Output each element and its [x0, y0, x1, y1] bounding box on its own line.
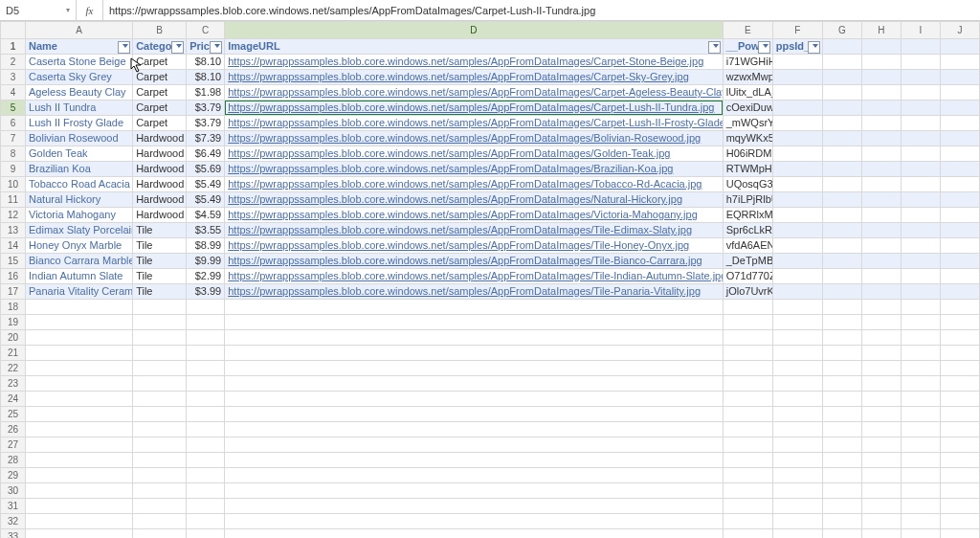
cell-G32[interactable]	[822, 514, 861, 529]
cell-I1[interactable]	[901, 39, 940, 55]
cell-E31[interactable]	[723, 499, 772, 514]
cell-B19[interactable]	[133, 315, 187, 330]
cell-I33[interactable]	[901, 529, 940, 539]
column-header-B[interactable]: B	[133, 22, 187, 39]
cell-B29[interactable]	[133, 468, 187, 483]
table-header-F[interactable]: ppsId__	[772, 39, 822, 55]
cell-B33[interactable]	[133, 529, 187, 539]
cell-I32[interactable]	[901, 514, 940, 529]
column-header-C[interactable]: C	[187, 22, 225, 39]
cell-E5[interactable]: cOexiDuwFzU	[723, 101, 772, 116]
cell-C5[interactable]: $3.79	[187, 101, 225, 116]
cell-E15[interactable]: _DeTpMB_hWs	[723, 254, 772, 269]
cell-G15[interactable]	[822, 254, 861, 269]
name-box[interactable]: D5 ▾	[0, 0, 77, 20]
cell-I12[interactable]	[901, 208, 940, 223]
cell-E19[interactable]	[723, 315, 772, 330]
cell-I8[interactable]	[901, 146, 940, 162]
cell-D20[interactable]	[225, 330, 724, 346]
cell-C10[interactable]: $5.49	[187, 177, 225, 192]
cell-J6[interactable]	[940, 116, 979, 131]
cell-E9[interactable]: RTWMpHzAmxE	[723, 162, 772, 177]
cell-F2[interactable]	[772, 55, 822, 70]
cell-B11[interactable]: Hardwood	[133, 192, 187, 208]
cell-A18[interactable]	[26, 300, 133, 315]
cell-F21[interactable]	[772, 346, 822, 361]
cell-A31[interactable]	[26, 499, 133, 514]
cell-A8[interactable]: Golden Teak	[26, 146, 133, 162]
cell-I26[interactable]	[901, 422, 940, 437]
row-header-29[interactable]: 29	[1, 468, 26, 483]
cell-D6[interactable]: https://pwrappssamples.blob.core.windows…	[225, 116, 724, 131]
filter-dropdown-icon[interactable]	[214, 44, 220, 48]
cell-I28[interactable]	[901, 453, 940, 468]
cell-A33[interactable]	[26, 529, 133, 539]
row-header-9[interactable]: 9	[1, 162, 26, 177]
cell-J30[interactable]	[940, 483, 979, 499]
row-header-19[interactable]: 19	[1, 315, 26, 330]
row-header-2[interactable]: 2	[1, 55, 26, 70]
row-header-24[interactable]: 24	[1, 392, 26, 407]
cell-C27[interactable]	[187, 437, 225, 453]
cell-I20[interactable]	[901, 330, 940, 346]
cell-H20[interactable]	[861, 330, 901, 346]
cell-D24[interactable]	[225, 392, 724, 407]
cell-F15[interactable]	[772, 254, 822, 269]
table-header-C[interactable]: Price	[187, 39, 225, 55]
cell-C19[interactable]	[187, 315, 225, 330]
cell-E13[interactable]: Spr6cLkRb9U	[723, 223, 772, 238]
cell-B28[interactable]	[133, 453, 187, 468]
cell-H30[interactable]	[861, 483, 901, 499]
cell-C2[interactable]: $8.10	[187, 55, 225, 70]
cell-H8[interactable]	[861, 146, 901, 162]
cell-D5[interactable]: https://pwrappssamples.blob.core.windows…	[225, 101, 724, 116]
cell-H16[interactable]	[861, 269, 901, 284]
cell-F17[interactable]	[772, 284, 822, 300]
cell-C12[interactable]: $4.59	[187, 208, 225, 223]
cell-E20[interactable]	[723, 330, 772, 346]
cell-C26[interactable]	[187, 422, 225, 437]
cell-D7[interactable]: https://pwrappssamples.blob.core.windows…	[225, 131, 724, 146]
cell-C7[interactable]: $7.39	[187, 131, 225, 146]
cell-A2[interactable]: Caserta Stone Beige	[26, 55, 133, 70]
filter-dropdown-icon[interactable]	[176, 44, 182, 48]
cell-H3[interactable]	[861, 70, 901, 85]
cell-H31[interactable]	[861, 499, 901, 514]
cell-F25[interactable]	[772, 407, 822, 422]
cell-E27[interactable]	[723, 437, 772, 453]
cell-D11[interactable]: https://pwrappssamples.blob.core.windows…	[225, 192, 724, 208]
cell-A4[interactable]: Ageless Beauty Clay	[26, 85, 133, 101]
cell-I3[interactable]	[901, 70, 940, 85]
cell-G1[interactable]	[822, 39, 861, 55]
cell-D17[interactable]: https://pwrappssamples.blob.core.windows…	[225, 284, 724, 300]
cell-H9[interactable]	[861, 162, 901, 177]
cell-F5[interactable]	[772, 101, 822, 116]
table-header-D[interactable]: ImageURL	[225, 39, 724, 55]
cell-E10[interactable]: UQosqG3PMTc	[723, 177, 772, 192]
cell-G19[interactable]	[822, 315, 861, 330]
cell-F13[interactable]	[772, 223, 822, 238]
row-header-23[interactable]: 23	[1, 376, 26, 392]
cell-A21[interactable]	[26, 346, 133, 361]
cell-D29[interactable]	[225, 468, 724, 483]
cell-J23[interactable]	[940, 376, 979, 392]
cell-H22[interactable]	[861, 361, 901, 376]
row-header-1[interactable]: 1	[1, 39, 26, 55]
cell-E29[interactable]	[723, 468, 772, 483]
cell-B14[interactable]: Tile	[133, 238, 187, 254]
cell-D33[interactable]	[225, 529, 724, 539]
cell-F4[interactable]	[772, 85, 822, 101]
cell-B3[interactable]: Carpet	[133, 70, 187, 85]
cell-H21[interactable]	[861, 346, 901, 361]
cell-E33[interactable]	[723, 529, 772, 539]
cell-A7[interactable]: Bolivian Rosewood	[26, 131, 133, 146]
cell-D4[interactable]: https://pwrappssamples.blob.core.windows…	[225, 85, 724, 101]
row-header-20[interactable]: 20	[1, 330, 26, 346]
cell-G13[interactable]	[822, 223, 861, 238]
cell-C20[interactable]	[187, 330, 225, 346]
column-header-I[interactable]: I	[901, 22, 940, 39]
cell-G24[interactable]	[822, 392, 861, 407]
cell-J3[interactable]	[940, 70, 979, 85]
cell-H14[interactable]	[861, 238, 901, 254]
cell-B26[interactable]	[133, 422, 187, 437]
